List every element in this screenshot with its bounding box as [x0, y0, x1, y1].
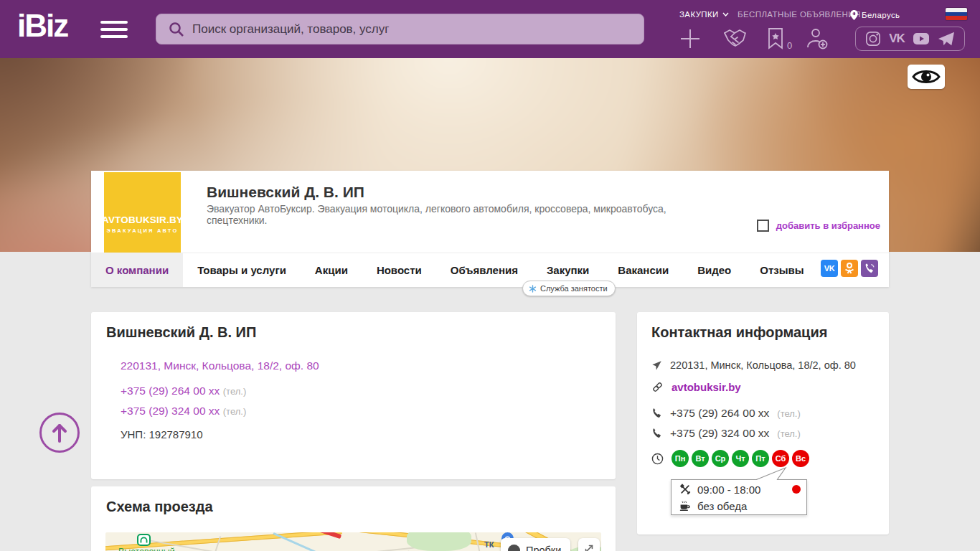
arrow-up-icon — [50, 422, 69, 443]
hamburger-menu-icon[interactable] — [100, 21, 128, 38]
tab-ads[interactable]: Объявления — [436, 253, 532, 287]
handshake-icon[interactable] — [722, 28, 747, 52]
top-header: iBiz ЗАКУПКИ БЕСПЛАТНЫЕ ОБЪЯВЛЕНИЯ Белар… — [0, 0, 980, 58]
tab-reviews[interactable]: Отзывы — [745, 253, 818, 287]
coffee-cup-icon — [679, 500, 691, 512]
company-phone-2: +375 (29) 324 00 xx (тел.) — [121, 405, 246, 418]
company-website-link[interactable]: avtobuksir.by — [672, 381, 741, 393]
expand-arrows-icon — [583, 543, 595, 551]
accessibility-eye-button[interactable] — [908, 65, 945, 89]
instagram-icon[interactable] — [865, 31, 881, 47]
contact-website-row: avtobuksir.by — [651, 381, 741, 393]
employment-service-label: Служба занятости — [540, 284, 608, 293]
tab-video[interactable]: Видео — [683, 253, 745, 287]
language-flag-russian[interactable] — [946, 8, 967, 20]
nav-free-ads[interactable]: БЕСПЛАТНЫЕ ОБЪЯВЛЕНИЯ — [738, 10, 861, 19]
traffic-toggle-button[interactable]: Пробки — [501, 538, 570, 551]
favorites-count: 0 — [787, 40, 792, 51]
youtube-icon[interactable] — [913, 32, 930, 46]
add-user-icon[interactable] — [805, 27, 829, 53]
schedule-hours: 09:00 - 18:00 — [697, 484, 760, 496]
tools-icon — [679, 484, 691, 495]
telegram-icon[interactable] — [938, 31, 955, 47]
company-address-link[interactable]: 220131, Минск, Кольцова, 18/2, оф. 80 — [121, 359, 319, 372]
traffic-icon — [508, 545, 520, 551]
phone-icon — [651, 408, 662, 419]
search-icon — [168, 21, 185, 38]
map-expand-button[interactable] — [578, 538, 600, 551]
tab-products[interactable]: Товары и услуги — [183, 253, 301, 287]
map-title: Схема проезда — [106, 499, 213, 515]
schedule-tooltip-pointer — [671, 466, 807, 480]
phone-note: (тел.) — [777, 428, 800, 439]
phone-number-link[interactable]: +375 (29) 324 00 xx — [121, 405, 220, 417]
company-logo-line2: ЭВАКУАЦИЯ АВТО — [107, 227, 179, 234]
map-tk-label: ТК — [484, 540, 494, 549]
tab-promotions[interactable]: Акции — [301, 253, 362, 287]
schedule-hours-row: 09:00 - 18:00 — [672, 480, 806, 496]
schedule-lunch: без обеда — [697, 500, 747, 512]
search-input[interactable] — [192, 22, 644, 37]
schedule-lunch-row: без обеда — [672, 496, 806, 513]
day-friday[interactable]: Пт — [752, 450, 769, 467]
phone-note: (тел.) — [223, 406, 246, 417]
tab-vacancies[interactable]: Вакансии — [603, 253, 683, 287]
eye-icon — [912, 67, 941, 86]
company-logo-line1: AVTOBUKSIR.BY — [102, 215, 183, 225]
favorites-bookmark-icon[interactable] — [766, 27, 785, 53]
company-header-card: AVTOBUKSIR.BY ЭВАКУАЦИЯ АВТО Вишневский … — [91, 171, 889, 287]
vk-icon[interactable]: VK — [889, 32, 905, 46]
contact-phone-row-1: +375 (29) 264 00 xx (тел.) — [651, 407, 801, 420]
contact-info-card: Контактная информация 220131, Минск, Кол… — [637, 312, 889, 534]
day-wednesday[interactable]: Ср — [712, 450, 729, 467]
clock-icon — [651, 453, 664, 465]
link-icon — [651, 381, 664, 393]
about-title: Вишневский Д. В. ИП — [106, 324, 256, 341]
contact-address: 220131, Минск, Кольцова, 18/2, оф. 80 — [670, 359, 856, 371]
company-unp: УНП: 192787910 — [121, 428, 203, 441]
employment-service-tooltip: Служба занятости — [522, 281, 616, 296]
snowflake-icon — [529, 285, 537, 293]
day-sunday[interactable]: Вс — [792, 450, 809, 467]
company-description: Эвакуатор АвтоБуксир. Эвакуация мотоцикл… — [207, 203, 673, 226]
favorite-label: добавить в избранное — [776, 220, 880, 231]
scroll-to-top-button[interactable] — [39, 413, 80, 453]
directions-card: Схема проезда Выставочный ТК — [91, 486, 616, 551]
tab-about[interactable]: О компании — [91, 253, 183, 287]
phone-number-link[interactable]: +375 (29) 264 00 xx — [121, 385, 220, 397]
nav-country[interactable]: Беларусь — [850, 10, 900, 20]
company-logo[interactable]: AVTOBUKSIR.BY ЭВАКУАЦИЯ АВТО — [104, 172, 181, 253]
navigation-arrow-icon — [651, 360, 662, 371]
company-tabs: О компании Товары и услуги Акции Новости… — [91, 253, 889, 287]
contact-phone-number[interactable]: +375 (29) 324 00 xx — [670, 427, 769, 440]
phone-note: (тел.) — [777, 408, 800, 419]
tab-news[interactable]: Новости — [362, 253, 436, 287]
schedule-tooltip: 09:00 - 18:00 без обеда — [671, 479, 807, 515]
contact-phone-number[interactable]: +375 (29) 264 00 xx — [670, 407, 769, 420]
search-bar — [156, 14, 644, 44]
map-canvas[interactable]: Выставочный ТК Пробки — [105, 532, 601, 551]
site-logo[interactable]: iBiz — [17, 10, 67, 42]
add-plus-icon[interactable] — [679, 28, 701, 52]
day-thursday[interactable]: Чт — [732, 450, 749, 467]
favorite-checkbox[interactable] — [757, 220, 769, 232]
closed-now-indicator — [792, 485, 801, 494]
contact-phone-row-2: +375 (29) 324 00 xx (тел.) — [651, 427, 801, 440]
contact-address-row: 220131, Минск, Кольцова, 18/2, оф. 80 — [651, 359, 856, 371]
day-saturday[interactable]: Сб — [772, 450, 789, 467]
chevron-down-icon — [722, 12, 729, 17]
schedule-row: Пн Вт Ср Чт Пт Сб Вс — [651, 450, 809, 467]
map-station-label: Выставочный — [118, 547, 175, 551]
day-monday[interactable]: Пн — [672, 450, 689, 467]
phone-icon — [651, 428, 662, 439]
company-phone-1: +375 (29) 264 00 xx (тел.) — [121, 385, 246, 397]
phone-note: (тел.) — [223, 386, 246, 397]
header-social-links: VK — [855, 27, 965, 51]
metro-station-icon-green — [137, 534, 151, 546]
add-to-favorites[interactable]: добавить в избранное — [757, 220, 880, 232]
working-days: Пн Вт Ср Чт Пт Сб Вс — [672, 450, 809, 467]
contact-title: Контактная информация — [651, 324, 827, 341]
nav-zakupki[interactable]: ЗАКУПКИ — [679, 10, 729, 19]
company-name: Вишневский Д. В. ИП — [207, 184, 364, 201]
day-tuesday[interactable]: Вт — [692, 450, 709, 467]
